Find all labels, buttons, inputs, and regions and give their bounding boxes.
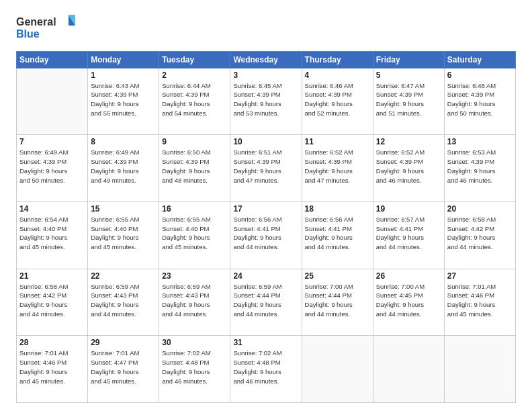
day-number: 9 bbox=[162, 137, 227, 146]
day-number: 3 bbox=[233, 71, 298, 80]
day-info: Sunrise: 6:58 AM Sunset: 4:42 PM Dayligh… bbox=[19, 282, 85, 319]
day-number: 5 bbox=[376, 71, 441, 80]
day-number: 30 bbox=[162, 338, 227, 347]
page: General Blue SundayMondayTuesdayWednesda… bbox=[0, 0, 532, 411]
calendar-cell: 15Sunrise: 6:55 AM Sunset: 4:40 PM Dayli… bbox=[88, 201, 159, 269]
calendar-cell: 21Sunrise: 6:58 AM Sunset: 4:42 PM Dayli… bbox=[17, 269, 88, 336]
day-number: 7 bbox=[19, 137, 85, 146]
day-info: Sunrise: 6:55 AM Sunset: 4:40 PM Dayligh… bbox=[162, 215, 227, 252]
calendar-header-row: SundayMondayTuesdayWednesdayThursdayFrid… bbox=[17, 51, 516, 68]
logo: General Blue bbox=[16, 12, 77, 44]
calendar-cell: 1Sunrise: 6:43 AM Sunset: 4:39 PM Daylig… bbox=[88, 68, 159, 135]
calendar-cell: 8Sunrise: 6:49 AM Sunset: 4:39 PM Daylig… bbox=[88, 135, 159, 202]
col-header-saturday: Saturday bbox=[444, 51, 515, 68]
day-info: Sunrise: 6:55 AM Sunset: 4:40 PM Dayligh… bbox=[91, 215, 156, 252]
calendar-cell bbox=[373, 336, 444, 403]
calendar-cell: 18Sunrise: 6:56 AM Sunset: 4:41 PM Dayli… bbox=[302, 201, 373, 269]
day-info: Sunrise: 6:56 AM Sunset: 4:41 PM Dayligh… bbox=[305, 215, 370, 252]
calendar-cell: 4Sunrise: 6:46 AM Sunset: 4:39 PM Daylig… bbox=[302, 68, 373, 135]
calendar-cell: 7Sunrise: 6:49 AM Sunset: 4:39 PM Daylig… bbox=[17, 135, 88, 202]
day-number: 28 bbox=[19, 338, 85, 347]
day-number: 14 bbox=[19, 204, 85, 214]
day-number: 6 bbox=[447, 71, 513, 80]
calendar-cell: 29Sunrise: 7:01 AM Sunset: 4:47 PM Dayli… bbox=[88, 336, 159, 403]
day-number: 27 bbox=[447, 271, 513, 281]
day-number: 13 bbox=[447, 137, 513, 146]
calendar-cell: 23Sunrise: 6:59 AM Sunset: 4:43 PM Dayli… bbox=[159, 269, 230, 336]
day-info: Sunrise: 6:56 AM Sunset: 4:41 PM Dayligh… bbox=[233, 215, 298, 252]
calendar-cell: 12Sunrise: 6:52 AM Sunset: 4:39 PM Dayli… bbox=[373, 135, 444, 202]
day-number: 1 bbox=[91, 71, 156, 80]
col-header-sunday: Sunday bbox=[17, 51, 88, 68]
calendar-cell: 10Sunrise: 6:51 AM Sunset: 4:39 PM Dayli… bbox=[230, 135, 302, 202]
col-header-monday: Monday bbox=[88, 51, 159, 68]
day-number: 10 bbox=[233, 137, 298, 146]
day-number: 16 bbox=[162, 204, 227, 214]
header: General Blue bbox=[16, 12, 516, 44]
calendar-cell: 5Sunrise: 6:47 AM Sunset: 4:39 PM Daylig… bbox=[373, 68, 444, 135]
day-number: 26 bbox=[376, 271, 441, 281]
logo-wordmark: General Blue bbox=[16, 12, 77, 44]
day-info: Sunrise: 6:47 AM Sunset: 4:39 PM Dayligh… bbox=[376, 81, 441, 118]
day-info: Sunrise: 6:49 AM Sunset: 4:39 PM Dayligh… bbox=[91, 148, 156, 185]
calendar-cell: 28Sunrise: 7:01 AM Sunset: 4:46 PM Dayli… bbox=[17, 336, 88, 403]
day-info: Sunrise: 6:46 AM Sunset: 4:39 PM Dayligh… bbox=[305, 81, 370, 118]
calendar-week-row: 21Sunrise: 6:58 AM Sunset: 4:42 PM Dayli… bbox=[17, 269, 516, 336]
calendar-cell: 27Sunrise: 7:01 AM Sunset: 4:46 PM Dayli… bbox=[444, 269, 515, 336]
col-header-thursday: Thursday bbox=[302, 51, 373, 68]
day-info: Sunrise: 6:59 AM Sunset: 4:43 PM Dayligh… bbox=[162, 282, 227, 319]
calendar-cell bbox=[444, 336, 515, 403]
calendar-cell: 26Sunrise: 7:00 AM Sunset: 4:45 PM Dayli… bbox=[373, 269, 444, 336]
col-header-friday: Friday bbox=[373, 51, 444, 68]
day-info: Sunrise: 6:59 AM Sunset: 4:43 PM Dayligh… bbox=[91, 282, 156, 319]
calendar-cell: 31Sunrise: 7:02 AM Sunset: 4:48 PM Dayli… bbox=[230, 336, 302, 403]
calendar-cell: 25Sunrise: 7:00 AM Sunset: 4:44 PM Dayli… bbox=[302, 269, 373, 336]
calendar-cell: 30Sunrise: 7:02 AM Sunset: 4:48 PM Dayli… bbox=[159, 336, 230, 403]
day-number: 17 bbox=[233, 204, 298, 214]
day-number: 15 bbox=[91, 204, 156, 214]
day-number: 8 bbox=[91, 137, 156, 146]
calendar-week-row: 1Sunrise: 6:43 AM Sunset: 4:39 PM Daylig… bbox=[17, 68, 516, 135]
day-info: Sunrise: 6:59 AM Sunset: 4:44 PM Dayligh… bbox=[233, 282, 298, 319]
day-number: 2 bbox=[162, 71, 227, 80]
day-number: 19 bbox=[376, 204, 441, 214]
calendar-cell bbox=[302, 336, 373, 403]
svg-text:Blue: Blue bbox=[16, 28, 40, 40]
svg-text:General: General bbox=[16, 16, 56, 28]
day-info: Sunrise: 7:01 AM Sunset: 4:47 PM Dayligh… bbox=[91, 349, 156, 385]
calendar-cell bbox=[17, 68, 88, 135]
calendar-cell: 16Sunrise: 6:55 AM Sunset: 4:40 PM Dayli… bbox=[159, 201, 230, 269]
calendar-cell: 3Sunrise: 6:45 AM Sunset: 4:39 PM Daylig… bbox=[230, 68, 302, 135]
day-info: Sunrise: 7:00 AM Sunset: 4:45 PM Dayligh… bbox=[376, 282, 441, 319]
calendar-cell: 22Sunrise: 6:59 AM Sunset: 4:43 PM Dayli… bbox=[88, 269, 159, 336]
calendar-cell: 13Sunrise: 6:53 AM Sunset: 4:39 PM Dayli… bbox=[444, 135, 515, 202]
day-info: Sunrise: 6:49 AM Sunset: 4:39 PM Dayligh… bbox=[19, 148, 85, 185]
calendar-cell: 19Sunrise: 6:57 AM Sunset: 4:41 PM Dayli… bbox=[373, 201, 444, 269]
calendar-cell: 6Sunrise: 6:48 AM Sunset: 4:39 PM Daylig… bbox=[444, 68, 515, 135]
calendar-cell: 9Sunrise: 6:50 AM Sunset: 4:39 PM Daylig… bbox=[159, 135, 230, 202]
day-info: Sunrise: 6:45 AM Sunset: 4:39 PM Dayligh… bbox=[233, 81, 298, 118]
calendar-cell: 20Sunrise: 6:58 AM Sunset: 4:42 PM Dayli… bbox=[444, 201, 515, 269]
calendar-week-row: 14Sunrise: 6:54 AM Sunset: 4:40 PM Dayli… bbox=[17, 201, 516, 269]
day-info: Sunrise: 6:51 AM Sunset: 4:39 PM Dayligh… bbox=[233, 148, 298, 185]
calendar-cell: 17Sunrise: 6:56 AM Sunset: 4:41 PM Dayli… bbox=[230, 201, 302, 269]
day-number: 12 bbox=[376, 137, 441, 146]
day-number: 20 bbox=[447, 204, 513, 214]
calendar-cell: 11Sunrise: 6:52 AM Sunset: 4:39 PM Dayli… bbox=[302, 135, 373, 202]
calendar-cell: 2Sunrise: 6:44 AM Sunset: 4:39 PM Daylig… bbox=[159, 68, 230, 135]
calendar-cell: 14Sunrise: 6:54 AM Sunset: 4:40 PM Dayli… bbox=[17, 201, 88, 269]
day-info: Sunrise: 6:52 AM Sunset: 4:39 PM Dayligh… bbox=[305, 148, 370, 185]
day-info: Sunrise: 6:52 AM Sunset: 4:39 PM Dayligh… bbox=[376, 148, 441, 185]
logo-svg: General Blue bbox=[16, 12, 77, 42]
day-info: Sunrise: 7:01 AM Sunset: 4:46 PM Dayligh… bbox=[19, 349, 85, 385]
day-info: Sunrise: 6:50 AM Sunset: 4:39 PM Dayligh… bbox=[162, 148, 227, 185]
day-number: 21 bbox=[19, 271, 85, 281]
day-number: 11 bbox=[305, 137, 370, 146]
day-number: 23 bbox=[162, 271, 227, 281]
calendar-table: SundayMondayTuesdayWednesdayThursdayFrid… bbox=[16, 51, 516, 403]
day-info: Sunrise: 7:01 AM Sunset: 4:46 PM Dayligh… bbox=[447, 282, 513, 319]
day-number: 31 bbox=[233, 338, 298, 347]
calendar-cell: 24Sunrise: 6:59 AM Sunset: 4:44 PM Dayli… bbox=[230, 269, 302, 336]
day-info: Sunrise: 6:57 AM Sunset: 4:41 PM Dayligh… bbox=[376, 215, 441, 252]
day-info: Sunrise: 7:00 AM Sunset: 4:44 PM Dayligh… bbox=[305, 282, 370, 319]
